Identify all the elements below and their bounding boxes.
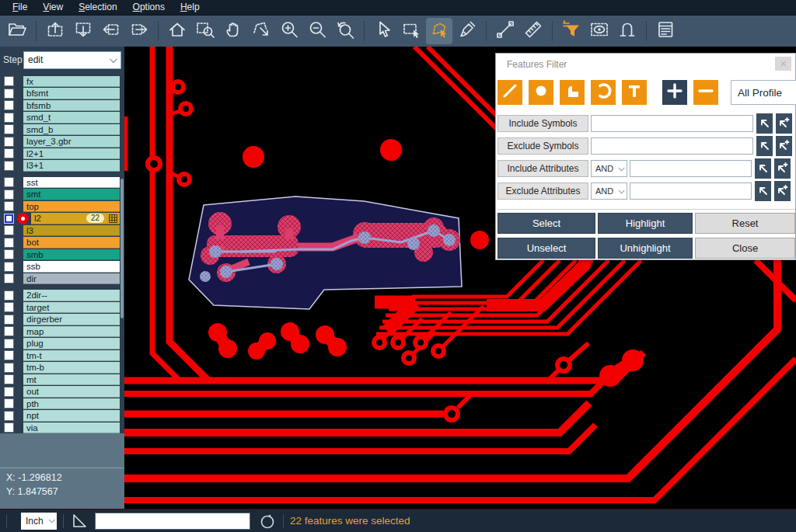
layer-name-cell[interactable]: fx <box>23 76 120 88</box>
layer-row-smd_b[interactable]: smd_b <box>0 123 124 136</box>
exclude-attributes-operator-select[interactable]: AND <box>591 183 627 200</box>
layer-name-cell[interactable]: layer_3.gbr <box>23 136 120 148</box>
surface-filter-button[interactable] <box>560 80 585 105</box>
layer-name-cell[interactable]: sst <box>23 177 120 189</box>
exclude-symbols-button[interactable]: Exclude Symbols <box>498 137 588 155</box>
layer-visibility-checkbox[interactable] <box>4 387 14 397</box>
layer-visibility-checkbox[interactable] <box>4 225 14 235</box>
layer-row-npt[interactable]: npt <box>0 410 124 422</box>
zoom-area-button[interactable] <box>192 18 218 44</box>
layer-name-cell[interactable]: bfsmt <box>23 88 120 99</box>
layer-visibility-checkbox[interactable] <box>4 363 14 373</box>
shift-left-button[interactable] <box>98 18 124 44</box>
layer-name-cell[interactable]: target <box>23 302 120 314</box>
line-filter-button[interactable] <box>498 80 522 105</box>
layer-name-cell[interactable]: via <box>23 422 120 434</box>
layer-row-out[interactable]: out <box>0 386 124 398</box>
dialog-close-button[interactable]: ✕ <box>775 57 791 71</box>
arc-filter-button[interactable] <box>591 80 616 105</box>
layer-name-cell[interactable]: smt <box>23 189 120 200</box>
layer-name-cell[interactable]: dirgerber <box>23 314 120 325</box>
layer-name-cell[interactable]: map <box>23 326 120 338</box>
layer-name-cell[interactable]: smd_b <box>23 124 120 136</box>
layer-name-cell[interactable]: top <box>23 201 120 213</box>
layer-name-cell[interactable]: ssb <box>23 261 120 273</box>
panel-list-button[interactable] <box>652 18 679 44</box>
layer-visibility-checkbox[interactable] <box>4 326 14 336</box>
unselect-button[interactable]: Unselect <box>498 238 595 259</box>
exclude-attributes-input[interactable] <box>630 183 752 200</box>
layer-visibility-checkbox[interactable] <box>4 290 14 301</box>
polygon-select-button[interactable] <box>426 18 452 44</box>
layer-row-mt[interactable]: mt <box>0 374 124 386</box>
highlight-button[interactable]: Highlight <box>598 213 693 234</box>
text-filter-button[interactable] <box>622 80 647 105</box>
layer-row-layer_3.gbr[interactable]: layer_3.gbr <box>0 136 124 148</box>
select-button[interactable]: Select <box>498 213 595 234</box>
layer-row-tm-b[interactable]: tm-b <box>0 362 124 374</box>
pick-attribute-button[interactable] <box>755 181 771 201</box>
menu-file[interactable]: File <box>5 1 35 14</box>
layer-name-cell[interactable]: out <box>23 386 120 398</box>
pan-hand-button[interactable] <box>220 18 246 44</box>
command-input[interactable] <box>95 513 250 530</box>
layer-row-smb[interactable]: smb <box>0 249 124 261</box>
layer-visibility-checkbox[interactable] <box>4 249 14 259</box>
layer-visibility-checkbox[interactable] <box>4 100 14 110</box>
clean-brush-button[interactable] <box>454 18 480 44</box>
layer-visibility-checkbox[interactable] <box>4 201 14 211</box>
layer-name-cell[interactable]: smb <box>23 249 120 261</box>
include-symbols-button[interactable]: Include Symbols <box>498 115 588 132</box>
layer-row-l2[interactable]: l222 <box>0 213 124 225</box>
layer-visibility-checkbox[interactable] <box>4 398 14 409</box>
layer-row-tm-t[interactable]: tm-t <box>0 349 124 362</box>
layer-row-dirgerber[interactable]: dirgerber <box>0 314 124 326</box>
layer-visibility-checkbox[interactable] <box>4 273 14 283</box>
shift-up-button[interactable] <box>42 18 68 44</box>
layer-name-cell[interactable]: l222 <box>31 213 120 224</box>
layer-row-pth[interactable]: pth <box>0 398 124 410</box>
measure-line-button[interactable] <box>492 18 518 44</box>
menu-options[interactable]: Options <box>125 1 173 14</box>
layer-row-map[interactable]: map <box>0 325 124 338</box>
layer-row-smd_t[interactable]: smd_t <box>0 112 124 124</box>
layer-row-target[interactable]: target <box>0 301 124 314</box>
layer-name-cell[interactable]: l3 <box>23 225 120 237</box>
layer-row-sst[interactable]: sst <box>0 176 124 189</box>
layer-row-plug[interactable]: plug <box>0 338 124 350</box>
home-view-button[interactable] <box>164 18 190 44</box>
layer-list-scrollbar[interactable] <box>120 179 124 318</box>
layer-visibility-checkbox[interactable] <box>4 124 14 134</box>
layer-visibility-checkbox[interactable] <box>4 374 14 384</box>
ruler-button[interactable] <box>520 18 546 44</box>
layer-row-l2+1[interactable]: l2+1 <box>0 148 124 160</box>
view-options-button[interactable] <box>586 18 613 44</box>
step-select[interactable]: edit <box>23 51 121 69</box>
layer-name-cell[interactable]: npt <box>23 410 120 422</box>
layer-name-cell[interactable]: plug <box>23 338 120 349</box>
layer-visibility-checkbox[interactable] <box>4 315 14 325</box>
pick-add-symbol-button[interactable] <box>776 136 792 156</box>
exclude-symbols-input[interactable] <box>591 137 753 155</box>
reset-button[interactable]: Reset <box>695 213 795 234</box>
layer-visibility-checkbox[interactable] <box>4 177 14 187</box>
rect-select-button[interactable] <box>398 18 424 44</box>
layer-name-cell[interactable]: l2+1 <box>23 148 120 160</box>
layer-name-cell[interactable]: bfsmb <box>23 100 120 112</box>
pick-symbol-button[interactable] <box>756 136 773 156</box>
layer-visibility-checkbox[interactable] <box>4 422 14 433</box>
layer-visibility-checkbox[interactable] <box>4 76 14 86</box>
layer-visibility-checkbox[interactable] <box>4 161 14 171</box>
layer-row-dir[interactable]: dir <box>0 273 124 285</box>
layer-visibility-checkbox[interactable] <box>4 238 14 248</box>
layer-row-top[interactable]: top <box>0 200 124 213</box>
layer-row-l3+1[interactable]: l3+1 <box>0 160 124 172</box>
layer-visibility-checkbox[interactable] <box>4 350 14 360</box>
pad-filter-button[interactable] <box>529 80 553 105</box>
layer-name-cell[interactable]: bot <box>23 237 120 249</box>
layer-row-via[interactable]: via <box>0 422 124 434</box>
unhighlight-button[interactable]: Unhighlight <box>598 238 693 259</box>
layer-row-fx[interactable]: fx <box>0 75 124 88</box>
layer-visibility-checkbox[interactable] <box>4 89 14 99</box>
include-attributes-operator-select[interactable]: AND <box>591 160 627 177</box>
